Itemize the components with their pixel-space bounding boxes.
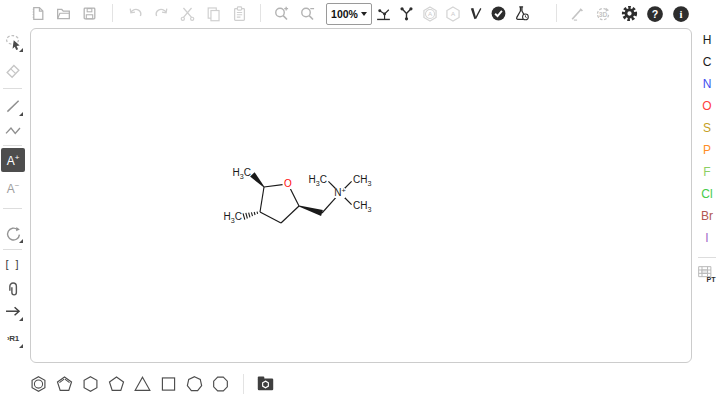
element-F-button[interactable]: F	[694, 161, 720, 183]
check-structure-button[interactable]	[487, 1, 510, 27]
template-library-button[interactable]	[252, 370, 278, 398]
file-group	[24, 0, 102, 27]
view-3d-button[interactable]: 3D	[590, 1, 616, 27]
template-cyclobutane-button[interactable]	[155, 370, 181, 398]
left-toolbar-divider	[3, 88, 22, 89]
chemical-editor-window: { "top_toolbar": { "file_icons": ["new-d…	[0, 0, 720, 400]
open-button[interactable]	[50, 1, 76, 27]
copy-button[interactable]	[200, 1, 226, 27]
stereo-cip-button[interactable]	[464, 1, 487, 27]
molecule-structure[interactable]: OH3CH3CN+H3CCH3CH3	[31, 29, 691, 362]
template-cycloheptane-button[interactable]	[181, 370, 207, 398]
zoom-level-value: 100%	[331, 8, 358, 20]
zoom-in-icon	[273, 5, 290, 22]
svg-text:H3C: H3C	[233, 167, 251, 180]
save-button[interactable]	[76, 1, 102, 27]
about-icon: i	[672, 5, 690, 23]
view-3d-label: 3D	[599, 10, 608, 17]
cut-button[interactable]	[174, 1, 200, 27]
svg-text:H3C: H3C	[309, 174, 327, 187]
zoom-out-button[interactable]	[294, 1, 320, 27]
open-icon	[55, 5, 72, 22]
periodic-table-button[interactable]: PT	[694, 262, 720, 288]
svg-text:O: O	[284, 178, 292, 189]
element-Br-button[interactable]: Br	[694, 205, 720, 227]
about-button[interactable]: i	[668, 1, 694, 27]
paste-button[interactable]	[226, 1, 252, 27]
cut-icon	[179, 5, 196, 22]
rgroup-button[interactable]: ›R1	[1, 326, 25, 350]
toolbar-divider	[112, 4, 113, 22]
element-O-button[interactable]: O	[694, 95, 720, 117]
single-bond-button[interactable]	[1, 94, 25, 118]
help-icon: ?	[646, 5, 664, 23]
zoom-level-dropdown[interactable]: 100%	[326, 3, 372, 25]
element-N-button[interactable]: N	[694, 73, 720, 95]
cyclohexane-icon	[80, 373, 101, 394]
cycloheptane-icon	[184, 373, 205, 394]
template-cyclohexane-button[interactable]	[77, 370, 103, 398]
sgroup-button[interactable]: [ ]	[1, 252, 25, 276]
element-P-button[interactable]: P	[694, 139, 720, 161]
svg-text:CH3: CH3	[353, 174, 371, 187]
reaction-arrow-button[interactable]	[1, 299, 25, 323]
help-label: ?	[652, 7, 659, 19]
template-benzene-button[interactable]	[25, 370, 51, 398]
stereo-cip-icon	[467, 5, 484, 22]
template-cyclooctane-button[interactable]	[207, 370, 233, 398]
attachment-point-button[interactable]	[1, 277, 25, 301]
single-bond-icon	[4, 97, 22, 115]
about-label: i	[680, 7, 683, 19]
recognize-icon	[569, 5, 586, 22]
misc-group: 3D ? i	[564, 0, 694, 27]
element-I-button[interactable]: I	[694, 227, 720, 249]
element-Cl-button[interactable]: Cl	[694, 183, 720, 205]
redo-button[interactable]	[148, 1, 174, 27]
zoom-in-button[interactable]	[268, 1, 294, 27]
drawing-canvas[interactable]: OH3CH3CN+H3CCH3CH3	[30, 28, 692, 363]
charge-minus-button[interactable]: A−	[1, 176, 25, 200]
chevron-down-icon	[361, 12, 367, 16]
template-library-icon	[256, 374, 275, 393]
new-document-button[interactable]	[24, 1, 50, 27]
attachment-point-icon	[4, 280, 22, 298]
aromatize-button[interactable]: A	[418, 1, 441, 27]
rgroup-icon: ›R1	[7, 334, 19, 343]
clean-up-icon	[398, 5, 415, 22]
dearomatize-button[interactable]: A	[441, 1, 464, 27]
toolbar-divider	[556, 4, 557, 22]
element-H-button[interactable]: H	[694, 29, 720, 51]
chain-button[interactable]	[1, 118, 25, 142]
charge-minus-icon: A−	[7, 182, 20, 195]
save-icon	[81, 5, 98, 22]
eraser-button[interactable]	[1, 58, 25, 82]
svg-text:H3C: H3C	[224, 211, 242, 224]
check-structure-icon	[490, 5, 507, 22]
recognize-button[interactable]	[564, 1, 590, 27]
element-S-button[interactable]: S	[694, 117, 720, 139]
cyclopropane-icon	[132, 373, 153, 394]
element-C-button[interactable]: C	[694, 51, 720, 73]
rotate-button[interactable]	[1, 221, 25, 245]
calculated-values-button[interactable]	[510, 1, 533, 27]
lasso-selection-button[interactable]	[1, 30, 25, 54]
layout-button[interactable]	[372, 1, 395, 27]
benzene-icon	[28, 373, 49, 394]
left-toolbar-divider	[3, 249, 22, 250]
zoom-out-icon	[299, 5, 316, 22]
reaction-arrow-icon	[4, 302, 22, 320]
edit-group	[122, 0, 252, 27]
settings-button[interactable]	[616, 1, 642, 27]
charge-plus-icon: A+	[7, 154, 20, 167]
rotate-icon	[4, 224, 23, 243]
clean-up-button[interactable]	[395, 1, 418, 27]
calculated-values-icon	[513, 5, 530, 22]
help-button[interactable]: ?	[642, 1, 668, 27]
template-cyclopropane-button[interactable]	[129, 370, 155, 398]
template-cyclopentadiene-button[interactable]	[51, 370, 77, 398]
charge-plus-button[interactable]: A+	[1, 148, 25, 172]
eraser-icon	[4, 61, 22, 79]
paste-icon	[231, 5, 248, 22]
undo-button[interactable]	[122, 1, 148, 27]
template-cyclopentane-button[interactable]	[103, 370, 129, 398]
